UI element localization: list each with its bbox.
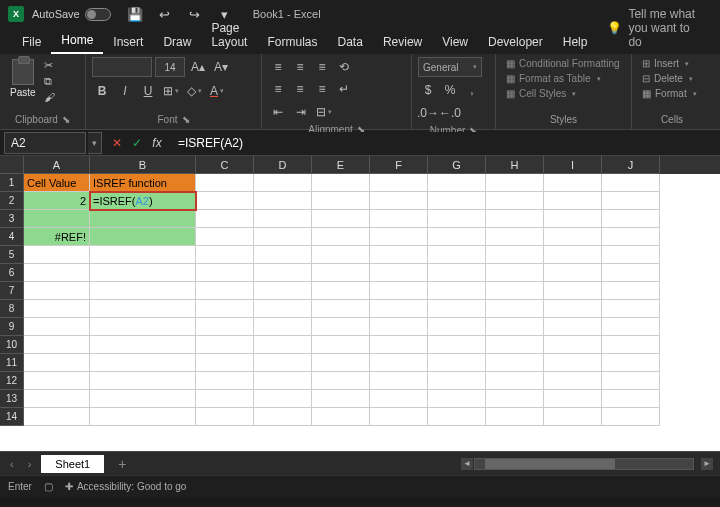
cell[interactable]	[370, 408, 428, 426]
cell[interactable]	[370, 174, 428, 192]
cell[interactable]	[90, 246, 196, 264]
col-header-d[interactable]: D	[254, 156, 312, 174]
row-header[interactable]: 7	[0, 282, 24, 300]
scroll-left-icon[interactable]: ◄	[461, 458, 473, 470]
cell[interactable]	[90, 390, 196, 408]
cell[interactable]	[254, 174, 312, 192]
cell[interactable]	[90, 408, 196, 426]
cell[interactable]	[312, 372, 370, 390]
row-header[interactable]: 14	[0, 408, 24, 426]
increase-indent-icon[interactable]: ⇥	[291, 102, 311, 122]
cell[interactable]	[312, 246, 370, 264]
cell[interactable]	[544, 210, 602, 228]
cell-a3[interactable]	[24, 210, 90, 228]
row-header[interactable]: 11	[0, 354, 24, 372]
cell[interactable]	[370, 336, 428, 354]
cell[interactable]	[602, 408, 660, 426]
decrease-decimal-icon[interactable]: ←.0	[440, 103, 460, 123]
tab-file[interactable]: File	[12, 30, 51, 54]
accessibility-status[interactable]: ✚ Accessibility: Good to go	[65, 481, 187, 492]
cell[interactable]	[254, 264, 312, 282]
tab-home[interactable]: Home	[51, 28, 103, 54]
cell[interactable]	[428, 174, 486, 192]
cell[interactable]	[370, 228, 428, 246]
comma-format-icon[interactable]: ,	[462, 80, 482, 100]
cell[interactable]	[544, 300, 602, 318]
align-right-icon[interactable]: ≡	[312, 79, 332, 99]
spreadsheet-grid[interactable]: A B C D E F G H I J 1 Cell Value ISREF f…	[0, 156, 720, 451]
dialog-launcher-icon[interactable]: ⬊	[62, 114, 70, 125]
toggle-icon[interactable]	[85, 8, 111, 21]
orientation-icon[interactable]: ⟲	[334, 57, 354, 77]
cancel-formula-icon[interactable]: ✕	[108, 134, 126, 152]
cell[interactable]	[544, 372, 602, 390]
cell[interactable]	[486, 246, 544, 264]
cell[interactable]	[24, 354, 90, 372]
cell-b1[interactable]: ISREF function	[90, 174, 196, 192]
cell[interactable]	[486, 264, 544, 282]
cell[interactable]	[428, 228, 486, 246]
dialog-launcher-icon[interactable]: ⬊	[182, 114, 190, 125]
cell[interactable]	[544, 336, 602, 354]
row-header[interactable]: 5	[0, 246, 24, 264]
name-box[interactable]: A2	[4, 132, 86, 154]
col-header-f[interactable]: F	[370, 156, 428, 174]
row-header[interactable]: 8	[0, 300, 24, 318]
cell[interactable]	[196, 192, 254, 210]
tab-insert[interactable]: Insert	[103, 30, 153, 54]
cell[interactable]	[486, 210, 544, 228]
save-icon[interactable]: 💾	[125, 4, 145, 24]
col-header-b[interactable]: B	[90, 156, 196, 174]
cell[interactable]	[312, 300, 370, 318]
cell[interactable]	[90, 372, 196, 390]
cell[interactable]	[486, 408, 544, 426]
cell[interactable]	[544, 264, 602, 282]
cell[interactable]	[486, 192, 544, 210]
row-header[interactable]: 13	[0, 390, 24, 408]
cell[interactable]	[544, 174, 602, 192]
name-box-dropdown-icon[interactable]: ▾	[88, 132, 102, 154]
cell[interactable]	[486, 372, 544, 390]
cell[interactable]	[90, 282, 196, 300]
cell[interactable]	[544, 192, 602, 210]
format-as-table-button[interactable]: ▦Format as Table▾	[502, 72, 624, 85]
cell[interactable]	[254, 372, 312, 390]
col-header-g[interactable]: G	[428, 156, 486, 174]
cell[interactable]	[90, 336, 196, 354]
cell[interactable]	[196, 246, 254, 264]
cell[interactable]	[602, 264, 660, 282]
cell-b2[interactable]: =ISREF(A2)	[90, 192, 196, 210]
cell[interactable]	[254, 282, 312, 300]
delete-cells-button[interactable]: ⊟Delete▾	[638, 72, 701, 85]
cell[interactable]	[370, 390, 428, 408]
cell[interactable]	[370, 210, 428, 228]
row-header[interactable]: 6	[0, 264, 24, 282]
tab-data[interactable]: Data	[328, 30, 373, 54]
cell[interactable]	[544, 282, 602, 300]
row-header[interactable]: 12	[0, 372, 24, 390]
tab-developer[interactable]: Developer	[478, 30, 553, 54]
tab-review[interactable]: Review	[373, 30, 432, 54]
row-header[interactable]: 1	[0, 174, 24, 192]
cell[interactable]	[90, 300, 196, 318]
cell[interactable]	[312, 282, 370, 300]
cell[interactable]	[370, 318, 428, 336]
cell-b4[interactable]	[90, 228, 196, 246]
cell[interactable]	[428, 336, 486, 354]
col-header-c[interactable]: C	[196, 156, 254, 174]
cell[interactable]	[90, 354, 196, 372]
cell[interactable]	[196, 354, 254, 372]
col-header-j[interactable]: J	[602, 156, 660, 174]
cell[interactable]	[254, 300, 312, 318]
cell[interactable]	[24, 300, 90, 318]
cell[interactable]	[24, 408, 90, 426]
cell[interactable]	[196, 318, 254, 336]
cell[interactable]	[370, 354, 428, 372]
italic-button[interactable]: I	[115, 81, 135, 101]
cell[interactable]	[24, 390, 90, 408]
cell[interactable]	[428, 246, 486, 264]
cell[interactable]	[312, 390, 370, 408]
cell-styles-button[interactable]: ▦Cell Styles▾	[502, 87, 624, 100]
cell[interactable]	[602, 300, 660, 318]
cell[interactable]	[428, 354, 486, 372]
